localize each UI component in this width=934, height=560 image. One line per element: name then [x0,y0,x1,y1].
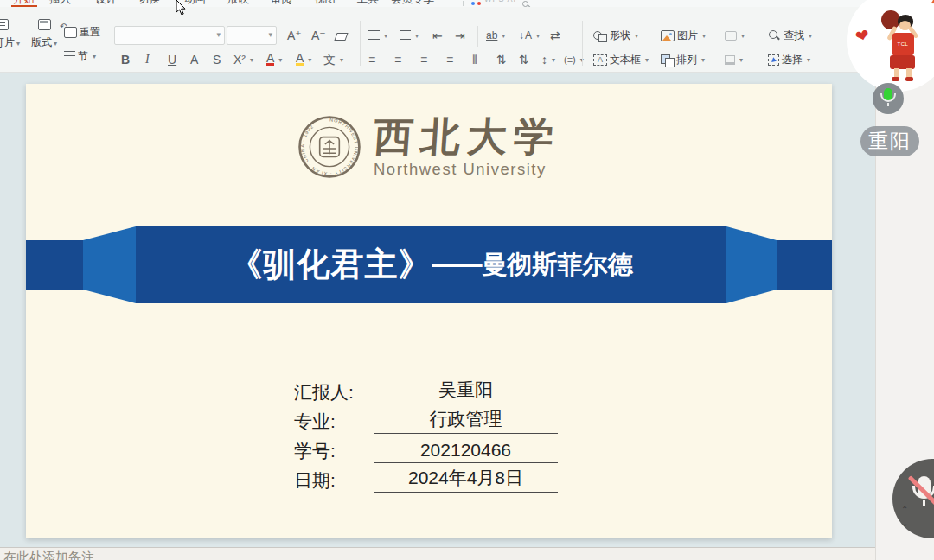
underline-label: U [168,54,176,66]
shrink-font-label: A⁻ [311,29,326,41]
picture-icon [661,30,675,41]
bullets-icon [368,30,380,41]
decrease-paragraph-spacing-button[interactable]: ⇅ [519,50,529,69]
scroll-up-marker[interactable]: ⌃ [901,505,908,514]
wps-ai-dot-blue [471,2,475,5]
tab-insert[interactable]: 插入 [49,0,71,7]
strikethrough-button[interactable]: A [190,50,198,69]
shrink-font-button[interactable]: A⁻ [311,26,326,45]
highlight-label: A [296,54,304,66]
bold-button[interactable]: B [121,50,130,69]
microphone-arc [880,93,896,102]
increase-paragraph-spacing-button[interactable]: ⇅ [496,50,507,69]
text-direction-button[interactable]: ↓A [519,26,540,45]
increase-indent-button[interactable]: ⇥ [455,26,465,45]
presentation-author: ——曼彻斯菲尔德 [432,248,633,283]
arrange-button[interactable]: 排列 [661,50,705,69]
field-value: 吴重阳 [374,378,558,404]
university-logo[interactable]: NORTHWEST UNIVERSITY · XI AN · CHINA · 1… [26,115,832,179]
character-spacing-button[interactable]: ab [486,26,505,45]
menu-bar: 开始 插入 设计 切换 动画 放映 审阅 视图 工具 会员专享 WPS AI [0,0,934,7]
picture-button[interactable]: 图片 [661,26,706,45]
section-icon [64,51,75,62]
line-spacing-button[interactable]: ↕ [541,50,555,69]
underline-button[interactable]: U [168,50,176,69]
shadow-label: S [213,54,221,66]
scroll-down-marker[interactable]: ⌄ [901,519,908,528]
field-row-presenter[interactable]: 汇报人: 吴重阳 [294,383,558,404]
text-shadow-button[interactable]: S [213,50,221,69]
layout-label: 版式 [31,35,57,50]
shapes-icon [593,30,607,41]
text-direction-label: A [525,29,532,41]
search-icon[interactable] [522,1,528,7]
banner-right-end [777,240,832,290]
active-tab-underline [11,5,37,7]
highlight-button[interactable]: A [296,50,311,69]
menu-separator [463,1,464,6]
notes-placeholder[interactable]: 在此处添加备注 [3,550,94,560]
banner-center[interactable]: 《驯化君主》 ——曼彻斯菲尔德 [136,226,726,303]
select-button[interactable]: 选择 [768,50,810,69]
font-size-select[interactable] [227,26,277,45]
align-center-button[interactable]: ≡ [394,50,401,69]
field-row-date[interactable]: 日期: 2024年4月8日 [294,471,558,493]
char-spacing-label: ab [486,29,497,41]
superscript-button[interactable]: X² [234,50,253,69]
reset-button[interactable]: 重置 [64,22,100,41]
layout-icon [38,19,51,30]
toolbar-separator [477,26,478,47]
slide-canvas[interactable]: NORTHWEST UNIVERSITY · XI AN · CHINA · 1… [26,84,832,538]
phonetic-guide-button[interactable]: 文 [323,50,343,69]
presentation-title: 《驯化君主》 [230,243,432,287]
text-autofit-button[interactable]: (≡) [564,50,584,69]
title-banner[interactable]: 《驯化君主》 ——曼彻斯菲尔德 [26,226,832,303]
superscript-label: X² [234,54,246,66]
notes-panel[interactable]: 在此处添加备注 [0,547,875,560]
banner-left-end [26,240,83,290]
arrange-label: 排列 [676,53,697,67]
microphone-on-button[interactable] [873,83,904,114]
decrease-indent-button[interactable]: ⇤ [432,26,443,45]
microphone-stem [887,103,889,106]
stamp-icon [725,55,735,65]
tab-slideshow[interactable]: 放映 [227,0,249,7]
shapes-label: 形状 [610,29,630,43]
toolbar-separator [106,21,106,66]
align-left-button[interactable]: ≡ [368,50,375,69]
field-row-student-id[interactable]: 学号: 202120466 [294,442,558,463]
clear-format-button[interactable] [336,26,347,45]
new-slide-icon [0,19,9,30]
align-right-button[interactable]: ≡ [420,50,427,69]
font-family-select[interactable] [114,26,225,45]
university-name-en: Northwest University [374,160,560,179]
info-fields[interactable]: 汇报人: 吴重阳 专业: 行政管理 学号: 202120466 日期: 2024… [294,383,558,500]
font-color-button[interactable]: A [266,50,282,69]
wps-ai-label[interactable]: WPS AI [484,0,516,3]
mouse-cursor [176,0,188,16]
italic-label: I [145,54,150,66]
bullets-button[interactable] [368,26,387,45]
muted-mic-stem [923,500,925,506]
convert-text-button[interactable]: ⇄ [550,26,560,45]
tab-review[interactable]: 审阅 [271,0,292,7]
find-button[interactable]: 查找 [768,26,812,45]
tab-view[interactable]: 视图 [314,0,336,7]
tab-tools[interactable]: 工具 [357,0,379,7]
tab-design[interactable]: 设计 [95,0,117,7]
field-label: 日期: [294,468,374,493]
field-row-major[interactable]: 专业: 行政管理 [294,412,558,434]
italic-button[interactable]: I [145,50,150,69]
grow-font-label: A⁺ [287,29,302,41]
distribute-button[interactable]: ⫴ [472,50,477,69]
avatar-shorts [890,55,915,69]
section-button[interactable]: 节 [64,47,96,66]
numbering-button[interactable] [400,26,419,45]
grow-font-button[interactable]: A⁺ [287,26,302,45]
tab-transition[interactable]: 切换 [138,0,160,7]
shapes-button[interactable]: 形状 [593,26,638,45]
justify-button[interactable]: ≡ [446,50,453,69]
tab-member[interactable]: 会员专享 [391,0,434,7]
field-value: 2024年4月8日 [374,466,558,493]
textbox-button[interactable]: A 文本框 [593,50,649,69]
